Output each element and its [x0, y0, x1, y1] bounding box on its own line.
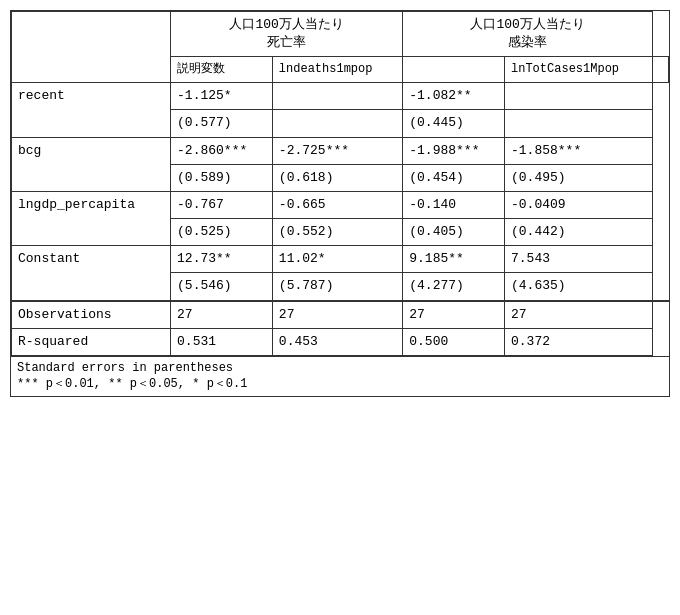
cell-recent-se-c1: (0.577) [171, 110, 273, 137]
cell-recent-se-c2 [272, 110, 402, 137]
cell-const-c3: 9.185** [403, 246, 505, 273]
observations-label: Observations [12, 301, 171, 329]
cell-bcg-se-c2: (0.618) [272, 164, 402, 191]
rsq-c2: 0.453 [272, 328, 402, 355]
col2-header [403, 57, 505, 83]
obs-c2: 27 [272, 301, 402, 329]
cell-const-c2: 11.02* [272, 246, 402, 273]
rsq-c3: 0.500 [403, 328, 505, 355]
col1-header: lndeaths1mpop [272, 57, 402, 83]
cell-bcg-c2: -2.725*** [272, 137, 402, 164]
footnote-area: Standard errors in parentheses *** p＜0.0… [11, 356, 669, 396]
rsq-c1: 0.531 [171, 328, 273, 355]
infection-rate-header: 人口100万人当たり感染率 [403, 12, 653, 57]
table-row-rsquared: R-squared 0.531 0.453 0.500 0.372 [12, 328, 669, 355]
cell-const-c4: 7.543 [505, 246, 653, 273]
cell-const-se-c4: (4.635) [505, 273, 653, 301]
cell-lngdp-se-c3: (0.405) [403, 219, 505, 246]
row-label-bcg: bcg [12, 137, 171, 191]
cell-lngdp-c3: -0.140 [403, 191, 505, 218]
cell-recent-c1: -1.125* [171, 83, 273, 110]
obs-c4: 27 [505, 301, 653, 329]
cell-recent-c3: -1.082** [403, 83, 505, 110]
obs-c1: 27 [171, 301, 273, 329]
regression-table: 人口100万人当たり死亡率 人口100万人当たり感染率 説明変数 lndeath… [10, 10, 670, 397]
cell-lngdp-se-c1: (0.525) [171, 219, 273, 246]
cell-recent-se-c4 [505, 110, 653, 137]
row-label-lngdp: lngdp_percapita [12, 191, 171, 245]
cell-const-se-c1: (5.546) [171, 273, 273, 301]
obs-c3: 27 [403, 301, 505, 329]
cell-recent-c2 [272, 83, 402, 110]
cell-bcg-c1: -2.860*** [171, 137, 273, 164]
table-row-observations: Observations 27 27 27 27 [12, 301, 669, 329]
col4-header [653, 57, 669, 83]
cell-lngdp-c2: -0.665 [272, 191, 402, 218]
death-rate-header: 人口100万人当たり死亡率 [171, 12, 403, 57]
col3-header: lnTotCases1Mpop [505, 57, 653, 83]
rsquared-label: R-squared [12, 328, 171, 355]
row-label-constant: Constant [12, 246, 171, 301]
cell-const-se-c2: (5.787) [272, 273, 402, 301]
cell-lngdp-c4: -0.0409 [505, 191, 653, 218]
row-label-recent: recent [12, 83, 171, 137]
depvar-label: 説明変数 [171, 57, 273, 83]
cell-const-se-c3: (4.277) [403, 273, 505, 301]
cell-bcg-c4: -1.858*** [505, 137, 653, 164]
table-row: bcg -2.860*** -2.725*** -1.988*** -1.858… [12, 137, 669, 164]
table-row: lngdp_percapita -0.767 -0.665 -0.140 -0.… [12, 191, 669, 218]
cell-lngdp-c1: -0.767 [171, 191, 273, 218]
footnote-2: *** p＜0.01, ** p＜0.05, * p＜0.1 [17, 375, 663, 392]
cell-bcg-se-c1: (0.589) [171, 164, 273, 191]
footnote-1: Standard errors in parentheses [17, 361, 663, 375]
cell-const-c1: 12.73** [171, 246, 273, 273]
cell-recent-c4 [505, 83, 653, 110]
table-row: recent -1.125* -1.082** [12, 83, 669, 110]
table-row: Constant 12.73** 11.02* 9.185** 7.543 [12, 246, 669, 273]
cell-lngdp-se-c4: (0.442) [505, 219, 653, 246]
cell-bcg-se-c4: (0.495) [505, 164, 653, 191]
cell-bcg-se-c3: (0.454) [403, 164, 505, 191]
empty-header [12, 12, 171, 83]
cell-bcg-c3: -1.988*** [403, 137, 505, 164]
rsq-c4: 0.372 [505, 328, 653, 355]
cell-recent-se-c3: (0.445) [403, 110, 505, 137]
cell-lngdp-se-c2: (0.552) [272, 219, 402, 246]
